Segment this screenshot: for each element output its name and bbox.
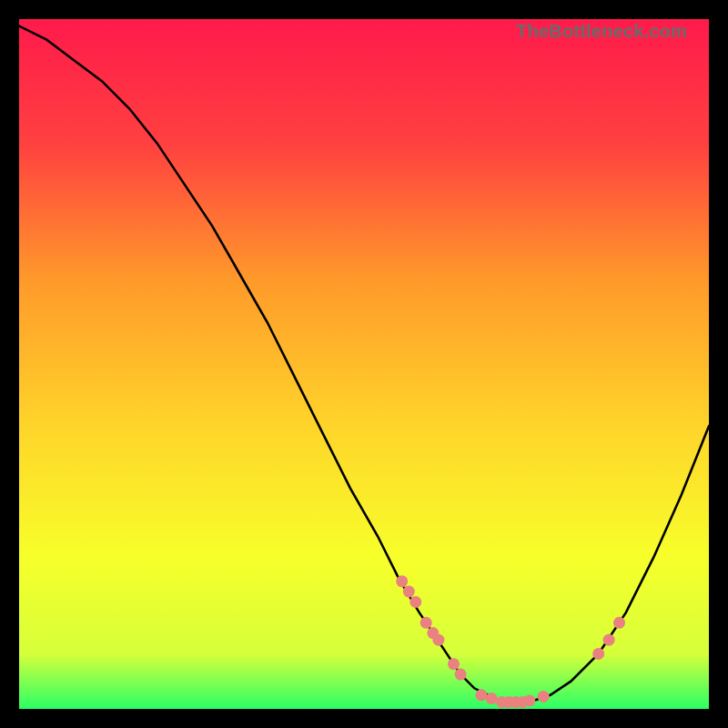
curve-marker bbox=[475, 689, 487, 701]
curve-marker bbox=[523, 694, 535, 706]
curve-marker bbox=[486, 693, 498, 704]
curve-marker bbox=[603, 634, 615, 646]
curve-marker bbox=[538, 691, 550, 703]
gradient-background bbox=[19, 19, 709, 709]
chart-frame: TheBottleneck.com bbox=[19, 19, 709, 709]
curve-marker bbox=[396, 575, 408, 587]
curve-marker bbox=[592, 648, 604, 660]
curve-marker bbox=[613, 617, 625, 629]
watermark-text: TheBottleneck.com bbox=[516, 21, 687, 42]
curve-marker bbox=[403, 586, 415, 598]
curve-marker bbox=[420, 617, 432, 629]
curve-marker bbox=[432, 634, 444, 646]
curve-marker bbox=[455, 669, 467, 681]
curve-marker bbox=[410, 596, 421, 608]
chart-canvas bbox=[19, 19, 709, 709]
curve-marker bbox=[448, 658, 460, 670]
